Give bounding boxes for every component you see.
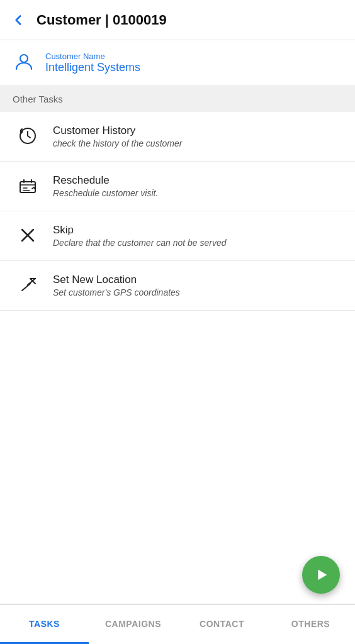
customer-avatar-icon [13,50,35,75]
play-icon [312,566,330,584]
svg-point-0 [20,55,28,62]
task-description: Declare that the customer can not be ser… [53,238,226,248]
task-list: Customer History check the history of th… [0,112,355,311]
history-icon [13,126,43,146]
svg-marker-6 [318,570,327,580]
back-button[interactable] [10,12,26,28]
page-title: Customer | 0100019 [37,12,167,28]
customer-name: Intelligent Systems [45,61,140,74]
task-item-set-location[interactable]: Set New Location Set customer's GPS coor… [0,261,355,311]
task-description: Reschedule customer visit. [53,188,158,198]
skip-icon [13,225,43,245]
task-content-set-location: Set New Location Set customer's GPS coor… [53,274,180,297]
task-title: Set New Location [53,274,180,286]
task-title: Reschedule [53,174,158,187]
task-description: check the history of the customer [53,138,182,148]
task-content-reschedule: Reschedule Reschedule customer visit. [53,174,158,198]
section-header: Other Tasks [0,86,355,112]
header: Customer | 0100019 [0,0,355,40]
play-fab-button[interactable] [302,556,340,594]
nav-item-campaigns[interactable]: CAMPAIGNS [89,605,178,644]
task-title: Skip [53,224,226,236]
task-item-reschedule[interactable]: Reschedule Reschedule customer visit. [0,162,355,211]
location-icon [13,275,43,295]
task-item-history[interactable]: Customer History check the history of th… [0,112,355,162]
customer-label: Customer Name [45,52,140,61]
task-content-history: Customer History check the history of th… [53,125,182,148]
nav-item-tasks[interactable]: TASKS [0,605,89,644]
task-description: Set customer's GPS coordinates [53,287,180,297]
task-item-skip[interactable]: Skip Declare that the customer can not b… [0,211,355,261]
customer-text: Customer Name Intelligent Systems [45,52,140,74]
bottom-navigation: TASKS CAMPAIGNS CONTACT OTHERS [0,604,355,644]
customer-info-section: Customer Name Intelligent Systems [0,40,355,86]
reschedule-icon [13,175,43,196]
nav-item-contact[interactable]: CONTACT [178,605,266,644]
task-content-skip: Skip Declare that the customer can not b… [53,224,226,248]
nav-item-others[interactable]: OTHERS [266,605,355,644]
task-title: Customer History [53,125,182,137]
